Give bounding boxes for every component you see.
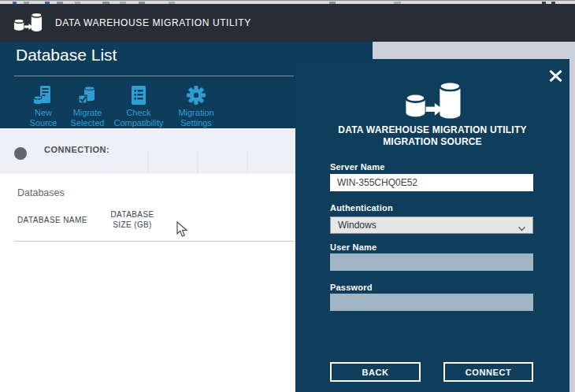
toolbar-label: MigrationSettings [162,108,230,128]
desktop-backdrop-strip [569,59,575,392]
column-guide [247,152,248,174]
dialog-title-line1: DATA WAREHOUSE MIGRATION UTILITY [295,124,569,136]
password-label: Password [330,283,373,292]
new-source-button[interactable]: NewSource [20,83,67,128]
migration-settings-button[interactable]: MigrationSettings [162,83,230,128]
dialog-title-line2: MIGRATION SOURCE [295,136,569,148]
server-name-input[interactable] [330,174,533,191]
column-header-database-name: DATABASE NAME [17,216,87,224]
toolbar-label: NewSource [20,108,67,128]
connection-status-dot [14,147,27,160]
app-logo-migration-icon [13,12,43,35]
column-guide [147,152,149,174]
dialog-title: DATA WAREHOUSE MIGRATION UTILITY MIGRATI… [295,124,569,148]
app-title: DATA WAREHOUSE MIGRATION UTILITY [55,17,251,28]
column-guide [197,152,198,174]
authentication-selected-value: Windows [338,220,377,231]
database-list-panel: Databases DATABASE NAME DATABASE SIZE (G… [0,174,295,392]
databases-section-title: Databases [17,187,65,198]
page-title: Database List [16,46,117,65]
close-icon[interactable] [547,67,564,84]
migration-source-dialog: DATA WAREHOUSE MIGRATION UTILITY MIGRATI… [295,59,569,392]
title-bar: DATA WAREHOUSE MIGRATION UTILITY [0,4,575,42]
user-name-label: User Name [330,242,377,252]
connection-label: CONNECTION: [44,145,109,154]
authentication-dropdown[interactable]: Windows [330,216,533,234]
connect-button[interactable]: CONNECT [443,362,533,382]
connection-bar: CONNECTION: [0,128,295,174]
chevron-down-icon [518,223,525,234]
back-button[interactable]: BACK [330,362,421,382]
column-header-database-size: DATABASE SIZE (GB) [102,209,162,230]
desktop-backdrop [373,42,575,59]
mouse-cursor [176,221,188,241]
user-name-input [330,253,533,271]
table-header-divider [14,241,295,242]
gear-icon [162,83,230,105]
migration-source-icon [399,80,466,128]
password-input [330,294,533,311]
title-divider [14,76,294,76]
server-name-label: Server Name [330,162,384,172]
new-source-icon [20,83,67,105]
authentication-label: Authentication [330,203,393,213]
